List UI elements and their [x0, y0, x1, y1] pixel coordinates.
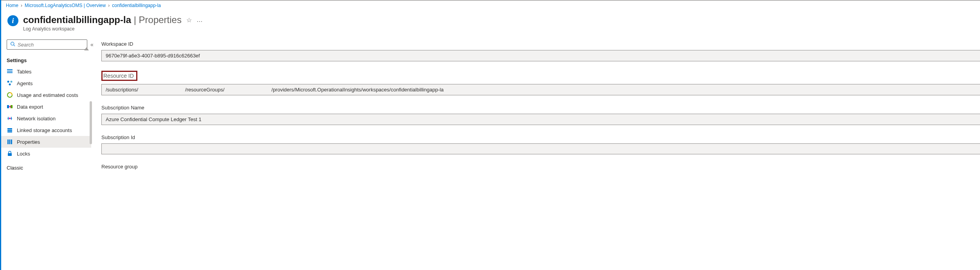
svg-rect-15	[7, 139, 9, 144]
svg-point-0	[11, 42, 14, 45]
field-workspace-id: Workspace ID 9670e79f-a6e3-4007-b895-d91…	[101, 41, 980, 61]
network-isolation-icon	[7, 115, 13, 122]
svg-rect-2	[7, 69, 13, 70]
sidebar-item-label: Linked storage accounts	[17, 127, 72, 133]
field-resource-group: Resource group	[101, 164, 980, 170]
sidebar-item-network-isolation[interactable]: Network isolation	[1, 113, 91, 124]
search-box[interactable]	[7, 39, 87, 50]
sidebar-item-usage[interactable]: Usage and estimated costs	[1, 89, 91, 101]
favorite-star-icon[interactable]: ☆	[186, 16, 192, 24]
svg-rect-17	[11, 139, 12, 144]
sidebar-item-properties[interactable]: Properties	[1, 136, 91, 148]
collapse-sidebar-icon[interactable]: «	[90, 41, 94, 48]
breadcrumb-current[interactable]: confidentialbillingapp-la	[112, 3, 161, 8]
svg-rect-9	[7, 105, 9, 108]
sidebar: « Settings Tables Agents	[1, 38, 92, 270]
usage-icon	[7, 92, 13, 98]
page-title: confidentialbillingapp-la | Properties	[23, 14, 182, 25]
page-header: i confidentialbillingapp-la | Properties…	[1, 11, 980, 38]
scroll-up-icon[interactable]	[84, 47, 89, 50]
svg-rect-13	[7, 130, 12, 131]
svg-rect-18	[8, 153, 12, 156]
svg-point-6	[11, 81, 13, 83]
sidebar-item-label: Properties	[17, 139, 40, 145]
linked-storage-icon	[7, 127, 13, 133]
sidebar-item-label: Data export	[17, 104, 43, 110]
subscription-id-value[interactable]	[101, 143, 980, 154]
sidebar-item-label: Tables	[17, 69, 32, 75]
page-subtitle: Log Analytics workspace	[23, 26, 203, 32]
svg-rect-14	[7, 131, 12, 132]
lock-icon	[7, 150, 13, 157]
agents-icon	[7, 80, 13, 86]
svg-rect-3	[7, 71, 13, 72]
subscription-name-value[interactable]: Azure Confidential Compute Ledger Test 1	[101, 114, 980, 125]
more-ellipsis-icon[interactable]: …	[196, 16, 203, 23]
chevron-right-icon: ›	[108, 3, 110, 8]
svg-rect-16	[9, 139, 11, 144]
svg-point-11	[9, 118, 11, 119]
sidebar-item-data-export[interactable]: Data export	[1, 101, 91, 113]
sidebar-section-classic: Classic	[1, 159, 91, 173]
breadcrumb: Home › Microsoft.LogAnalyticsOMS | Overv…	[1, 0, 980, 11]
resource-id-value[interactable]: /subscriptions/ /resourceGroups/ /provid…	[101, 84, 980, 95]
svg-rect-4	[7, 72, 13, 73]
sidebar-section-settings: Settings	[1, 54, 91, 66]
svg-line-1	[14, 45, 15, 46]
breadcrumb-home[interactable]: Home	[6, 3, 18, 8]
sidebar-item-tables[interactable]: Tables	[1, 66, 91, 77]
sidebar-item-label: Usage and estimated costs	[17, 92, 78, 98]
properties-icon	[7, 139, 13, 145]
sidebar-scrollbar[interactable]	[90, 101, 92, 144]
main-content: Workspace ID 9670e79f-a6e3-4007-b895-d91…	[92, 38, 980, 270]
chevron-right-icon: ›	[21, 3, 22, 8]
field-label: Resource group	[101, 164, 980, 170]
sidebar-item-label: Agents	[17, 80, 32, 86]
breadcrumb-overview[interactable]: Microsoft.LogAnalyticsOMS | Overview	[25, 3, 106, 8]
svg-point-5	[7, 81, 9, 83]
tables-icon	[7, 68, 13, 75]
svg-rect-12	[7, 128, 12, 129]
field-label: Subscription Name	[101, 105, 980, 111]
sidebar-item-locks[interactable]: Locks	[1, 148, 91, 159]
field-label: Workspace ID	[101, 41, 980, 47]
field-resource-id: Resource ID /subscriptions/ /resourceGro…	[101, 71, 980, 95]
field-label-highlighted: Resource ID	[101, 71, 137, 81]
data-export-icon	[7, 104, 13, 110]
field-subscription-id: Subscription Id	[101, 134, 980, 154]
sidebar-item-linked-storage[interactable]: Linked storage accounts	[1, 124, 91, 136]
sidebar-item-label: Network isolation	[17, 116, 56, 122]
sidebar-nav: Settings Tables Agents	[1, 54, 91, 173]
info-icon: i	[7, 15, 18, 26]
search-icon	[10, 41, 15, 48]
sidebar-item-label: Locks	[17, 151, 30, 157]
field-subscription-name: Subscription Name Azure Confidential Com…	[101, 105, 980, 125]
search-input[interactable]	[18, 42, 84, 48]
sidebar-item-agents[interactable]: Agents	[1, 77, 91, 89]
workspace-id-value[interactable]: 9670e79f-a6e3-4007-b895-d916c62663ef	[101, 50, 980, 61]
svg-point-7	[9, 84, 11, 86]
field-label: Subscription Id	[101, 134, 980, 140]
